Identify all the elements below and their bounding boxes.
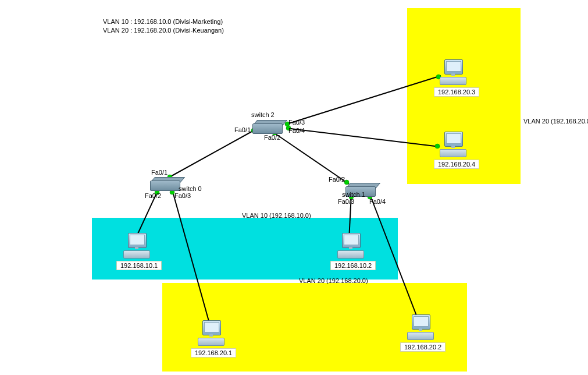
- sw2-fa03: Fa0/3: [288, 119, 305, 126]
- switch-1-label: switch 1: [342, 191, 365, 198]
- legend-line2: VLAN 20 : 192.168.20.0 (Divisi-Keuangan): [103, 27, 224, 34]
- switch-2-label: switch 2: [251, 111, 275, 118]
- sw0-fa03: Fa0/3: [174, 192, 191, 199]
- sw2-fa02: Fa0/2: [264, 134, 280, 141]
- sw2-fa04: Fa0/4: [288, 127, 305, 134]
- vlan20-right-label: VLAN 20 (192.168.20.0): [523, 118, 588, 125]
- pc-10-1-ip: 192.168.10.1: [116, 261, 162, 270]
- vlan10-label: VLAN 10 (192.168.10.0): [242, 212, 311, 219]
- pc-20-4-ip: 192.168.20.4: [434, 160, 479, 169]
- sw1-fa04: Fa0/4: [369, 198, 386, 205]
- sw0-fa01: Fa0/1: [151, 169, 168, 176]
- vlan20-bottom-label: VLAN 20 (192.168.20.0): [299, 277, 368, 284]
- pc-20-1-icon[interactable]: [198, 320, 223, 346]
- switch-0-label: switch 0: [179, 185, 202, 192]
- legend-line1: VLAN 10 : 192.168.10.0 (Divisi-Marketing…: [103, 18, 223, 25]
- pc-20-4-icon[interactable]: [440, 132, 465, 157]
- pc-10-2-ip: 192.168.10.2: [330, 261, 376, 270]
- pc-20-3-icon[interactable]: [440, 59, 465, 85]
- pc-20-2-icon[interactable]: [407, 314, 433, 340]
- svg-line-0: [168, 129, 256, 178]
- pc-10-1-icon[interactable]: [123, 233, 149, 259]
- pc-10-2-icon[interactable]: [337, 233, 363, 259]
- switch-2-icon[interactable]: [252, 120, 285, 133]
- pc-20-1-ip: 192.168.20.1: [191, 348, 236, 358]
- sw0-fa02: Fa0/2: [145, 192, 161, 199]
- pc-20-2-ip: 192.168.20.2: [400, 342, 446, 352]
- sw1-fa02: Fa0/2: [329, 176, 345, 183]
- sw1-fa03: Fa0/3: [338, 198, 354, 205]
- sw2-fa01: Fa0/1: [234, 126, 251, 133]
- switch-0-icon[interactable]: [150, 177, 183, 190]
- pc-20-3-ip: 192.168.20.3: [434, 87, 479, 97]
